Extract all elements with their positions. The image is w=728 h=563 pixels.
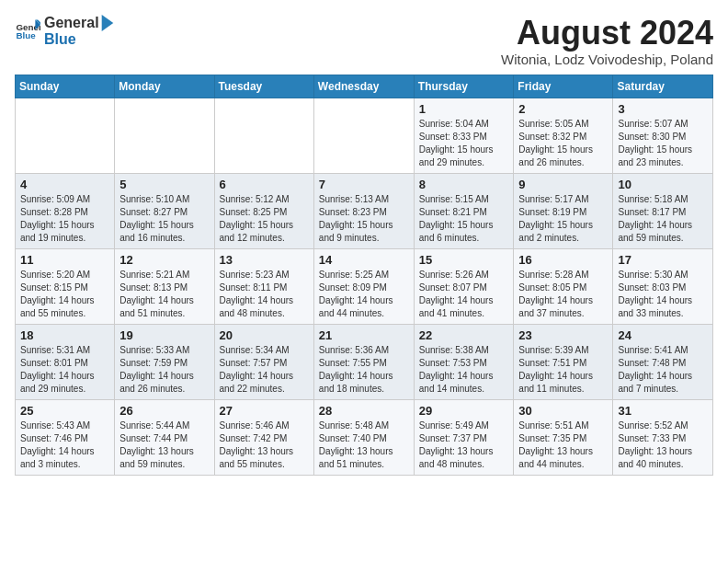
calendar-cell: 28Sunrise: 5:48 AM Sunset: 7:40 PM Dayli… bbox=[313, 399, 414, 475]
calendar-cell: 13Sunrise: 5:23 AM Sunset: 8:11 PM Dayli… bbox=[214, 248, 313, 324]
day-number: 4 bbox=[20, 178, 109, 191]
logo-blue-text: Blue bbox=[44, 31, 114, 48]
cell-content: Sunrise: 5:34 AM Sunset: 7:57 PM Dayligh… bbox=[220, 344, 309, 396]
cell-content: Sunrise: 5:44 AM Sunset: 7:44 PM Dayligh… bbox=[119, 419, 209, 471]
page-header: General Blue General Blue August 2024 Wi… bbox=[15, 15, 713, 67]
calendar-cell: 19Sunrise: 5:33 AM Sunset: 7:59 PM Dayli… bbox=[115, 324, 214, 399]
cell-content: Sunrise: 5:04 AM Sunset: 8:33 PM Dayligh… bbox=[419, 118, 509, 169]
day-number: 22 bbox=[419, 328, 509, 342]
weekday-header-sunday: Sunday bbox=[16, 75, 115, 98]
day-number: 17 bbox=[618, 253, 708, 267]
day-number: 31 bbox=[618, 404, 708, 418]
day-number: 20 bbox=[220, 328, 309, 342]
cell-content: Sunrise: 5:25 AM Sunset: 8:09 PM Dayligh… bbox=[319, 269, 409, 320]
weekday-header-saturday: Saturday bbox=[613, 75, 713, 98]
weekday-header-wednesday: Wednesday bbox=[313, 75, 414, 98]
cell-content: Sunrise: 5:48 AM Sunset: 7:40 PM Dayligh… bbox=[319, 419, 409, 471]
calendar-cell: 22Sunrise: 5:38 AM Sunset: 7:53 PM Dayli… bbox=[414, 324, 514, 399]
calendar-cell: 31Sunrise: 5:52 AM Sunset: 7:33 PM Dayli… bbox=[613, 399, 713, 475]
calendar-cell bbox=[313, 98, 414, 173]
cell-content: Sunrise: 5:12 AM Sunset: 8:25 PM Dayligh… bbox=[220, 193, 309, 245]
day-number: 6 bbox=[220, 178, 309, 191]
day-number: 27 bbox=[220, 404, 309, 418]
cell-content: Sunrise: 5:51 AM Sunset: 7:35 PM Dayligh… bbox=[518, 419, 608, 471]
logo: General Blue General Blue bbox=[15, 15, 114, 48]
day-number: 30 bbox=[518, 404, 608, 418]
day-number: 7 bbox=[319, 178, 409, 191]
calendar-cell: 4Sunrise: 5:09 AM Sunset: 8:28 PM Daylig… bbox=[16, 173, 115, 248]
day-number: 16 bbox=[518, 253, 608, 267]
cell-content: Sunrise: 5:31 AM Sunset: 8:01 PM Dayligh… bbox=[20, 344, 109, 396]
day-number: 26 bbox=[119, 404, 209, 418]
day-number: 8 bbox=[419, 178, 509, 191]
location: Witonia, Lodz Voivodeship, Poland bbox=[501, 52, 713, 67]
calendar-cell bbox=[214, 98, 313, 173]
cell-content: Sunrise: 5:36 AM Sunset: 7:55 PM Dayligh… bbox=[319, 344, 409, 396]
calendar-cell: 18Sunrise: 5:31 AM Sunset: 8:01 PM Dayli… bbox=[16, 324, 115, 399]
day-number: 25 bbox=[20, 404, 109, 418]
logo-icon: General Blue bbox=[15, 18, 40, 44]
calendar-cell: 3Sunrise: 5:07 AM Sunset: 8:30 PM Daylig… bbox=[613, 98, 713, 173]
calendar-cell: 24Sunrise: 5:41 AM Sunset: 7:48 PM Dayli… bbox=[613, 324, 713, 399]
calendar-cell: 20Sunrise: 5:34 AM Sunset: 7:57 PM Dayli… bbox=[214, 324, 313, 399]
day-number: 3 bbox=[618, 102, 708, 116]
cell-content: Sunrise: 5:10 AM Sunset: 8:27 PM Dayligh… bbox=[119, 193, 209, 245]
calendar-week-row: 11Sunrise: 5:20 AM Sunset: 8:15 PM Dayli… bbox=[16, 248, 713, 324]
cell-content: Sunrise: 5:05 AM Sunset: 8:32 PM Dayligh… bbox=[518, 118, 608, 169]
day-number: 1 bbox=[419, 102, 509, 116]
calendar-cell: 27Sunrise: 5:46 AM Sunset: 7:42 PM Dayli… bbox=[214, 399, 313, 475]
calendar-cell: 21Sunrise: 5:36 AM Sunset: 7:55 PM Dayli… bbox=[313, 324, 414, 399]
calendar-cell: 5Sunrise: 5:10 AM Sunset: 8:27 PM Daylig… bbox=[115, 173, 214, 248]
day-number: 11 bbox=[20, 253, 109, 267]
day-number: 9 bbox=[518, 178, 608, 191]
calendar-cell: 11Sunrise: 5:20 AM Sunset: 8:15 PM Dayli… bbox=[16, 248, 115, 324]
cell-content: Sunrise: 5:33 AM Sunset: 7:59 PM Dayligh… bbox=[119, 344, 209, 396]
cell-content: Sunrise: 5:49 AM Sunset: 7:37 PM Dayligh… bbox=[419, 419, 509, 471]
cell-content: Sunrise: 5:18 AM Sunset: 8:17 PM Dayligh… bbox=[618, 193, 708, 245]
cell-content: Sunrise: 5:09 AM Sunset: 8:28 PM Dayligh… bbox=[20, 193, 109, 245]
calendar-header-row: SundayMondayTuesdayWednesdayThursdayFrid… bbox=[16, 75, 713, 98]
day-number: 2 bbox=[518, 102, 608, 116]
cell-content: Sunrise: 5:46 AM Sunset: 7:42 PM Dayligh… bbox=[220, 419, 309, 471]
cell-content: Sunrise: 5:20 AM Sunset: 8:15 PM Dayligh… bbox=[20, 269, 109, 320]
calendar-cell: 10Sunrise: 5:18 AM Sunset: 8:17 PM Dayli… bbox=[613, 173, 713, 248]
cell-content: Sunrise: 5:30 AM Sunset: 8:03 PM Dayligh… bbox=[618, 269, 708, 320]
calendar-week-row: 4Sunrise: 5:09 AM Sunset: 8:28 PM Daylig… bbox=[16, 173, 713, 248]
svg-text:Blue: Blue bbox=[16, 30, 36, 40]
cell-content: Sunrise: 5:21 AM Sunset: 8:13 PM Dayligh… bbox=[119, 269, 209, 320]
cell-content: Sunrise: 5:17 AM Sunset: 8:19 PM Dayligh… bbox=[518, 193, 608, 245]
calendar-cell: 25Sunrise: 5:43 AM Sunset: 7:46 PM Dayli… bbox=[16, 399, 115, 475]
day-number: 28 bbox=[319, 404, 409, 418]
day-number: 19 bbox=[119, 328, 209, 342]
calendar-cell: 15Sunrise: 5:26 AM Sunset: 8:07 PM Dayli… bbox=[414, 248, 514, 324]
day-number: 18 bbox=[20, 328, 109, 342]
cell-content: Sunrise: 5:23 AM Sunset: 8:11 PM Dayligh… bbox=[220, 269, 309, 320]
calendar-cell: 9Sunrise: 5:17 AM Sunset: 8:19 PM Daylig… bbox=[514, 173, 613, 248]
weekday-header-thursday: Thursday bbox=[414, 75, 514, 98]
weekday-header-monday: Monday bbox=[115, 75, 214, 98]
calendar-cell: 17Sunrise: 5:30 AM Sunset: 8:03 PM Dayli… bbox=[613, 248, 713, 324]
cell-content: Sunrise: 5:15 AM Sunset: 8:21 PM Dayligh… bbox=[419, 193, 509, 245]
calendar-cell: 7Sunrise: 5:13 AM Sunset: 8:23 PM Daylig… bbox=[313, 173, 414, 248]
cell-content: Sunrise: 5:43 AM Sunset: 7:46 PM Dayligh… bbox=[20, 419, 109, 471]
logo-chevron-icon bbox=[101, 15, 114, 31]
cell-content: Sunrise: 5:28 AM Sunset: 8:05 PM Dayligh… bbox=[518, 269, 608, 320]
day-number: 24 bbox=[618, 328, 708, 342]
calendar-cell: 29Sunrise: 5:49 AM Sunset: 7:37 PM Dayli… bbox=[414, 399, 514, 475]
calendar-cell: 6Sunrise: 5:12 AM Sunset: 8:25 PM Daylig… bbox=[214, 173, 313, 248]
calendar-cell: 30Sunrise: 5:51 AM Sunset: 7:35 PM Dayli… bbox=[514, 399, 613, 475]
calendar-cell: 14Sunrise: 5:25 AM Sunset: 8:09 PM Dayli… bbox=[313, 248, 414, 324]
calendar-week-row: 25Sunrise: 5:43 AM Sunset: 7:46 PM Dayli… bbox=[16, 399, 713, 475]
calendar-cell: 23Sunrise: 5:39 AM Sunset: 7:51 PM Dayli… bbox=[514, 324, 613, 399]
calendar-cell bbox=[115, 98, 214, 173]
cell-content: Sunrise: 5:41 AM Sunset: 7:48 PM Dayligh… bbox=[618, 344, 708, 396]
day-number: 10 bbox=[618, 178, 708, 191]
day-number: 23 bbox=[518, 328, 608, 342]
calendar-week-row: 1Sunrise: 5:04 AM Sunset: 8:33 PM Daylig… bbox=[16, 98, 713, 173]
calendar-cell: 12Sunrise: 5:21 AM Sunset: 8:13 PM Dayli… bbox=[115, 248, 214, 324]
day-number: 29 bbox=[419, 404, 509, 418]
day-number: 5 bbox=[119, 178, 209, 191]
cell-content: Sunrise: 5:52 AM Sunset: 7:33 PM Dayligh… bbox=[618, 419, 708, 471]
day-number: 21 bbox=[319, 328, 409, 342]
calendar-cell: 1Sunrise: 5:04 AM Sunset: 8:33 PM Daylig… bbox=[414, 98, 514, 173]
